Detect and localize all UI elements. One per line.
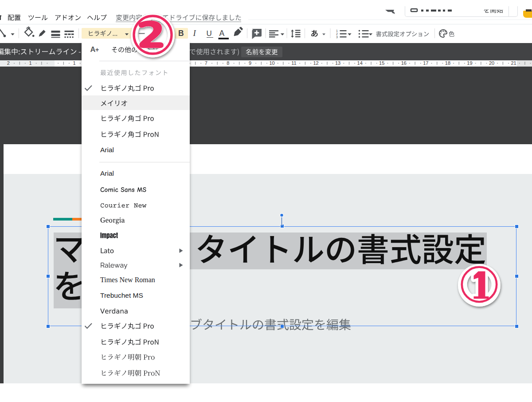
svg-text:1: 1 xyxy=(336,29,338,32)
svg-text:3: 3 xyxy=(336,35,338,39)
svg-text:2: 2 xyxy=(336,32,338,35)
